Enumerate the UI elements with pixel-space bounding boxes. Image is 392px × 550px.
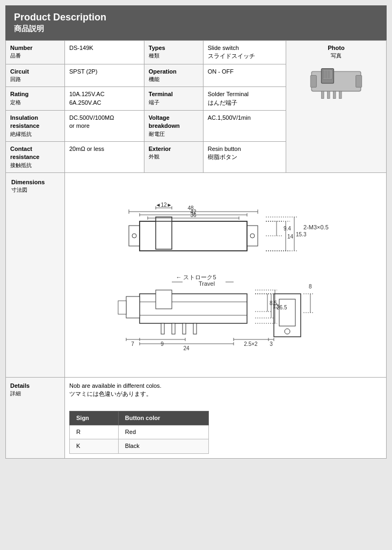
svg-text:Travel: Travel (199, 280, 215, 287)
button-color-header: Button color (118, 411, 208, 425)
svg-text:3: 3 (270, 341, 273, 347)
sign-header: Sign (70, 411, 119, 425)
svg-rect-59 (172, 323, 175, 334)
page-header: Product Description 商品説明 (5, 5, 387, 40)
svg-text:7: 7 (131, 341, 134, 347)
svg-text:← ストローク5: ← ストローク5 (176, 274, 216, 280)
specs-table: Number 品番 DS-149K Types 種類 Slide switch … (5, 40, 387, 459)
value-circuit: SPST (2P) (65, 64, 144, 86)
sign-k: K (70, 439, 119, 453)
header-title-jp: 商品説明 (14, 24, 378, 34)
color-black: Black (118, 439, 208, 453)
svg-rect-62 (126, 296, 140, 318)
details-row: Details 詳細 Nob are available in differen… (6, 377, 387, 458)
svg-text:9: 9 (161, 341, 164, 347)
product-photo (307, 60, 366, 108)
label-insulation: Insulation resistance 絶縁抵抗 (6, 110, 65, 141)
label-operation: Operation 機能 (144, 64, 203, 86)
label-rating: Rating 定格 (6, 87, 65, 111)
dimensions-row: Dimensions 寸法図 (6, 172, 387, 377)
svg-rect-4 (323, 70, 332, 79)
value-contact: 20mΩ or less (65, 141, 144, 172)
value-number: DS-149K (65, 41, 144, 64)
value-terminal: Solder Terminal はんだ端子 (203, 87, 286, 111)
dimensions-svg-container: 48 42 36 (70, 178, 381, 372)
table-row: K Black (70, 439, 209, 453)
page: Product Description 商品説明 Number 品番 DS-14… (5, 5, 387, 459)
sign-r: R (70, 425, 119, 439)
color-red: Red (118, 425, 208, 439)
svg-text:15.3: 15.3 (296, 231, 307, 237)
value-operation: ON - OFF (203, 64, 286, 86)
svg-rect-2 (356, 76, 362, 88)
label-voltage: Voltage breakdown 耐電圧 (144, 110, 203, 141)
label-exterior: Exterior 外観 (144, 141, 203, 172)
label-circuit: Circuit 回路 (6, 64, 65, 86)
dimensions-drawing: 48 42 36 (91, 178, 360, 372)
table-header-row: Sign Button color (70, 411, 209, 425)
value-insulation: DC.500V/100MΩ or more (65, 110, 144, 141)
svg-text:2-M3×0.5: 2-M3×0.5 (303, 224, 329, 230)
label-types: Types 種類 (144, 41, 203, 64)
sign-table: Sign Button color R Red K Black (69, 411, 209, 454)
table-row: R Red (70, 425, 209, 439)
svg-rect-57 (156, 290, 172, 309)
svg-rect-61 (193, 323, 197, 334)
svg-point-17 (132, 234, 136, 238)
value-types: Slide switch スライドスイッチ (203, 41, 286, 64)
label-terminal: Terminal 端子 (144, 87, 203, 111)
table-row: Number 品番 DS-149K Types 種類 Slide switch … (6, 41, 387, 64)
svg-text:24: 24 (183, 345, 190, 351)
svg-rect-12 (333, 91, 336, 99)
svg-rect-0 (311, 71, 361, 91)
label-number: Number 品番 (6, 41, 65, 64)
details-content: Nob are available in different colos. ツマ… (65, 377, 387, 458)
svg-rect-60 (183, 323, 186, 334)
svg-text:8: 8 (309, 284, 312, 290)
header-title-en: Product Description (14, 12, 378, 23)
svg-text:26.5: 26.5 (277, 305, 287, 310)
svg-rect-10 (322, 91, 324, 99)
svg-text:36: 36 (190, 212, 197, 218)
svg-text:14: 14 (287, 234, 294, 240)
svg-rect-13 (339, 91, 342, 99)
svg-rect-63 (118, 301, 126, 314)
svg-rect-11 (328, 91, 330, 99)
details-text-jp: ツマミには色違いがあります。 (69, 390, 382, 398)
label-contact: Contact resistance 接触抵抗 (6, 141, 65, 172)
svg-rect-1 (310, 76, 316, 88)
dimensions-content: 48 42 36 (65, 172, 387, 377)
value-exterior: Resin button 樹脂ボタン (203, 141, 286, 172)
svg-rect-19 (156, 217, 172, 249)
photo-cell: Photo 写真 (286, 41, 387, 173)
svg-text:2.5×2: 2.5×2 (244, 341, 258, 347)
label-details: Details 詳細 (6, 377, 65, 458)
svg-point-18 (250, 234, 255, 238)
svg-text:9.4: 9.4 (284, 226, 291, 231)
details-text-en: Nob are available in different colos. (69, 382, 382, 390)
value-voltage: AC.1,500V/1min (203, 110, 286, 141)
value-rating: 10A.125V.AC 6A.250V.AC (65, 87, 144, 111)
svg-text:◄12►: ◄12► (156, 202, 172, 208)
label-dimensions: Dimensions 寸法図 (6, 172, 65, 377)
svg-rect-65 (279, 299, 295, 326)
svg-rect-58 (161, 323, 164, 334)
svg-point-66 (285, 329, 290, 334)
